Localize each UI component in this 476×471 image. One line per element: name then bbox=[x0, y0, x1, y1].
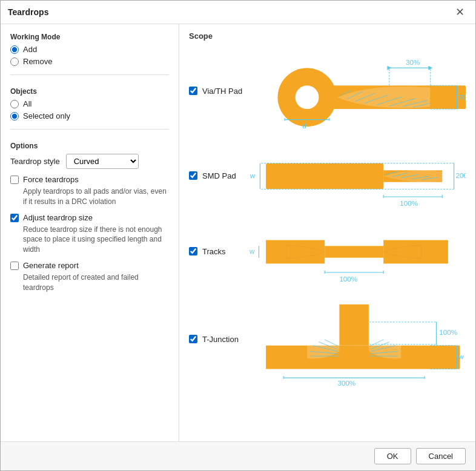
mode-add-label: Add bbox=[23, 45, 37, 54]
svg-text:30%: 30% bbox=[406, 58, 420, 66]
viath-diagram: 30% 70% d bbox=[248, 49, 466, 134]
svg-rect-42 bbox=[325, 246, 383, 257]
smd-scope-item[interactable]: SMD Pad bbox=[189, 171, 243, 180]
tjunction-checkbox[interactable] bbox=[189, 335, 197, 343]
title-bar: Teardrops ✕ bbox=[1, 1, 475, 24]
force-teardrops-label: Force teardrops bbox=[23, 175, 79, 184]
svg-text:100%: 100% bbox=[400, 199, 418, 207]
adjust-size-checkbox[interactable] bbox=[10, 214, 19, 222]
force-teardrops-help: Apply teardrops to all pads and/or vias,… bbox=[23, 186, 169, 207]
svg-text:70%: 70% bbox=[458, 93, 466, 101]
obj-selected-label: Selected only bbox=[23, 111, 70, 120]
left-panel: Working Mode Add Remove Objects All bbox=[1, 24, 179, 441]
tjunction-scope-item[interactable]: T-Junction bbox=[189, 335, 243, 344]
mode-remove-radio[interactable] bbox=[10, 58, 19, 66]
mode-add-item[interactable]: Add bbox=[10, 45, 169, 54]
generate-report-checkbox[interactable] bbox=[10, 262, 19, 270]
tjunction-label: T-Junction bbox=[202, 335, 239, 344]
tracks-scope-item[interactable]: Tracks bbox=[189, 247, 243, 256]
working-mode-label: Working Mode bbox=[10, 33, 169, 41]
close-button[interactable]: ✕ bbox=[452, 5, 468, 19]
smd-checkbox[interactable] bbox=[189, 171, 197, 180]
adjust-size-help: Reduce teardrop size if there is not eno… bbox=[23, 225, 169, 255]
mode-add-radio[interactable] bbox=[10, 45, 19, 54]
adjust-size-item[interactable]: Adjust teardrop size bbox=[10, 213, 169, 222]
teardrop-style-select[interactable]: Curved Straight Beveled bbox=[66, 154, 139, 169]
smd-diagram: w 200% 100% bbox=[248, 140, 466, 212]
svg-text:w: w bbox=[458, 352, 464, 360]
teardrop-style-row: Teardrop style Curved Straight Beveled bbox=[10, 154, 169, 169]
objects-group: All Selected only bbox=[10, 99, 169, 120]
ok-button[interactable]: OK bbox=[374, 448, 411, 464]
adjust-size-label: Adjust teardrop size bbox=[23, 213, 93, 222]
tracks-row: Tracks w bbox=[189, 219, 466, 285]
tracks-checkbox[interactable] bbox=[189, 247, 197, 255]
generate-report-label: Generate report bbox=[23, 261, 79, 270]
svg-text:100%: 100% bbox=[439, 328, 457, 336]
teardrops-dialog: Teardrops ✕ Working Mode Add Remove Obje… bbox=[0, 0, 476, 471]
force-teardrops-checkbox[interactable] bbox=[10, 176, 19, 184]
viath-checkbox[interactable] bbox=[189, 87, 197, 95]
svg-text:200%: 200% bbox=[456, 171, 466, 179]
dialog-footer: OK Cancel bbox=[1, 441, 475, 470]
svg-text:w: w bbox=[249, 247, 255, 255]
obj-all-label: All bbox=[23, 99, 31, 108]
objects-label: Objects bbox=[10, 87, 169, 96]
mode-remove-label: Remove bbox=[23, 57, 52, 66]
obj-all-item[interactable]: All bbox=[10, 99, 169, 108]
tjunction-row: T-Junction bbox=[189, 291, 466, 388]
svg-text:300%: 300% bbox=[337, 379, 355, 387]
divider-2 bbox=[10, 129, 169, 130]
svg-text:w: w bbox=[250, 171, 256, 179]
options-label: Options bbox=[10, 142, 169, 150]
force-teardrops-item[interactable]: Force teardrops bbox=[10, 175, 169, 184]
tracks-label: Tracks bbox=[202, 247, 226, 256]
tjunction-diagram: 100% w 300% bbox=[248, 291, 466, 388]
working-mode-group: Add Remove bbox=[10, 45, 169, 66]
svg-rect-23 bbox=[266, 163, 383, 189]
svg-text:100%: 100% bbox=[339, 275, 357, 283]
divider-1 bbox=[10, 74, 169, 75]
generate-report-help: Detailed report of created and failed te… bbox=[23, 272, 169, 293]
svg-rect-50 bbox=[339, 305, 369, 346]
smd-label: SMD Pad bbox=[202, 171, 236, 180]
svg-point-10 bbox=[296, 85, 319, 109]
viath-scope-item[interactable]: Via/TH Pad bbox=[189, 87, 243, 96]
obj-selected-item[interactable]: Selected only bbox=[10, 111, 169, 120]
obj-all-radio[interactable] bbox=[10, 100, 19, 108]
smd-row: SMD Pad bbox=[189, 140, 466, 212]
generate-report-item[interactable]: Generate report bbox=[10, 261, 169, 270]
viath-row: Via/TH Pad bbox=[189, 49, 466, 134]
right-panel: Scope Via/TH Pad bbox=[179, 24, 475, 441]
dialog-title: Teardrops bbox=[8, 7, 48, 17]
tracks-diagram: w 100% bbox=[248, 219, 466, 285]
scope-label: Scope bbox=[189, 31, 466, 41]
dialog-body: Working Mode Add Remove Objects All bbox=[1, 24, 475, 441]
mode-remove-item[interactable]: Remove bbox=[10, 57, 169, 66]
obj-selected-radio[interactable] bbox=[10, 112, 19, 120]
cancel-button[interactable]: Cancel bbox=[416, 448, 466, 464]
svg-text:d: d bbox=[302, 122, 306, 130]
teardrop-style-label: Teardrop style bbox=[10, 157, 60, 166]
svg-rect-49 bbox=[266, 346, 460, 369]
viath-label: Via/TH Pad bbox=[202, 87, 242, 96]
